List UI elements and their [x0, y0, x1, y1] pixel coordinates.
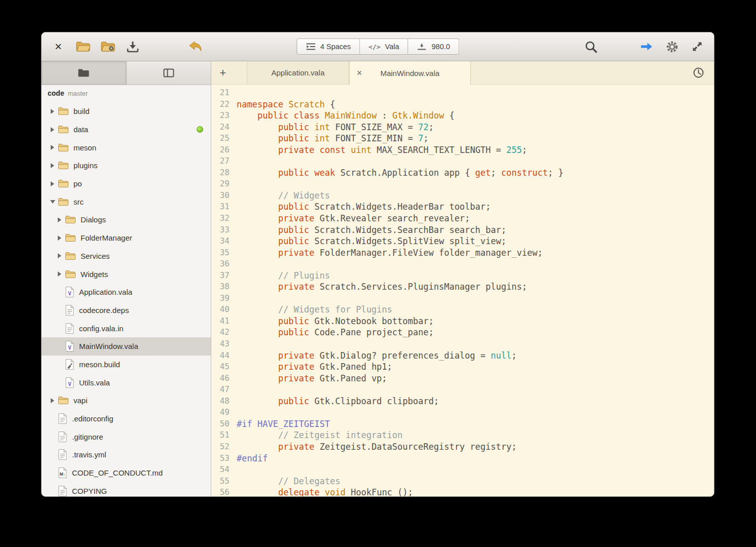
history-button[interactable] — [690, 64, 707, 82]
disclosure-collapsed-icon[interactable] — [55, 253, 64, 258]
line-number: 33 — [211, 224, 234, 236]
tree-item-codecore-deps[interactable]: codecore.deps — [42, 301, 211, 320]
tree-item-widgets[interactable]: Widgets — [42, 265, 211, 283]
tree-item-utils-vala[interactable]: VUtils.vala — [42, 373, 211, 392]
code-line-21: 21 — [211, 87, 714, 99]
disclosure-collapsed-icon[interactable] — [48, 163, 57, 168]
line-number: 46 — [211, 373, 234, 384]
tree-item-label: config.vala.in — [79, 324, 124, 333]
disclosure-collapsed-icon[interactable] — [55, 236, 64, 241]
code-line-33: 33 public Scratch.Widgets.SearchBar sear… — [211, 224, 714, 236]
disclosure-expanded-icon[interactable] — [48, 200, 57, 204]
tree-item-src[interactable]: src — [42, 192, 211, 211]
line-number: 32 — [211, 213, 234, 224]
tree-item-mainwindow-vala[interactable]: VMainWindow.vala — [42, 337, 211, 356]
line-number: 23 — [211, 110, 234, 122]
save-as-button[interactable] — [124, 38, 141, 55]
code-line-48: 48 public Gtk.Clipboard clipboard; — [211, 396, 714, 407]
code-line-49: 49 — [211, 407, 714, 418]
history-icon — [692, 66, 705, 79]
go-jump-icon — [639, 41, 654, 52]
indentation-button[interactable]: 4 Spaces — [296, 38, 360, 55]
svg-text:M↓: M↓ — [60, 472, 65, 477]
line-number: 51 — [211, 429, 234, 441]
gear-icon — [665, 40, 679, 54]
tree-item-application-vala[interactable]: VApplication.vala — [42, 283, 211, 301]
tree-item--editorconfig[interactable]: .editorconfig — [42, 410, 211, 428]
disclosure-collapsed-icon[interactable] — [55, 217, 64, 222]
sidebar-tab-files[interactable] — [42, 61, 127, 85]
line-number: 52 — [211, 441, 234, 453]
disclosure-collapsed-icon[interactable] — [48, 127, 57, 132]
line-number: 41 — [211, 316, 234, 327]
code-text: private Gtk.Paned vp; — [234, 373, 387, 384]
search-button[interactable] — [582, 38, 599, 55]
tree-item-label: Services — [81, 252, 110, 260]
disclosure-collapsed-icon[interactable] — [48, 109, 57, 114]
tree-item-label: build — [73, 107, 90, 115]
tree-item-copying[interactable]: COPYING — [42, 482, 211, 497]
line-number: 30 — [211, 190, 234, 202]
tree-item-build[interactable]: build — [42, 102, 211, 121]
undo-button[interactable] — [187, 38, 204, 55]
disclosure-collapsed-icon[interactable] — [48, 181, 57, 186]
fullscreen-button[interactable] — [689, 38, 706, 55]
line-width-button[interactable]: 980.0 — [408, 38, 459, 55]
line-number: 50 — [211, 418, 234, 430]
tree-item-data[interactable]: data — [42, 121, 211, 139]
sidebar-tab-panels[interactable] — [127, 61, 211, 85]
settings-button[interactable] — [663, 38, 681, 55]
tree-item-config-vala-in[interactable]: config.vala.in — [42, 319, 211, 337]
code-text: private Gtk.Dialog? preferences_dialog =… — [234, 350, 517, 362]
code-text — [234, 407, 237, 418]
code-line-54: 54 — [211, 464, 714, 476]
tree-item-label: Utils.vala — [79, 378, 110, 387]
tree-item-code-of-conduct-md[interactable]: M↓CODE_OF_CONDUCT.md — [42, 464, 211, 482]
disclosure-collapsed-icon[interactable] — [55, 271, 64, 277]
folder-icon — [65, 215, 76, 224]
project-header[interactable]: code master — [42, 85, 211, 102]
line-number: 29 — [211, 178, 234, 190]
go-jump-button[interactable] — [638, 38, 655, 55]
code-text: #endif — [234, 453, 268, 464]
window-close-button[interactable]: × — [50, 38, 67, 55]
code-editor[interactable]: 2122namespace Scratch {23 public class M… — [211, 85, 714, 497]
code-text: delegate void HookFunc (); — [234, 487, 413, 497]
line-number: 26 — [211, 144, 234, 156]
tree-item-label: .gitignore — [72, 433, 103, 441]
line-number: 31 — [211, 201, 234, 213]
new-tab-button[interactable]: + — [211, 61, 235, 84]
tree-item-services[interactable]: Services — [42, 247, 211, 265]
line-number: 40 — [211, 304, 234, 316]
tree-item-label: data — [73, 125, 88, 134]
disclosure-collapsed-icon[interactable] — [48, 145, 57, 150]
language-button[interactable]: </> Vala — [360, 38, 408, 55]
line-number: 54 — [211, 464, 234, 476]
tree-item-dialogs[interactable]: Dialogs — [42, 211, 211, 229]
disclosure-collapsed-icon[interactable] — [48, 398, 57, 403]
tab-close-button[interactable]: × — [357, 68, 362, 77]
code-line-51: 51 // Zeitgeist integration — [211, 429, 714, 441]
code-text — [234, 87, 237, 99]
tree-item-label: .travis.yml — [72, 450, 106, 459]
code-line-56: 56 delegate void HookFunc (); — [211, 487, 714, 497]
folder-icon — [58, 143, 69, 152]
vala-file-icon: V — [65, 286, 74, 298]
tab-mainwindow-vala[interactable]: ×MainWindow.vala — [349, 61, 471, 85]
tree-item--travis-yml[interactable]: .travis.yml — [42, 446, 211, 464]
tree-item-meson-build[interactable]: meson.build — [42, 356, 211, 374]
tab-application-vala[interactable]: Application.vala — [247, 61, 349, 84]
tree-item-po[interactable]: po — [42, 175, 211, 193]
templates-button[interactable] — [99, 38, 117, 55]
code-line-29: 29 — [211, 178, 714, 190]
tree-item-foldermanager[interactable]: FolderManager — [42, 229, 211, 247]
panels-icon — [163, 68, 174, 77]
code-text: public int FONT_SIZE_MAX = 72; — [234, 122, 434, 133]
tree-item-meson[interactable]: meson — [42, 138, 211, 157]
open-file-button[interactable] — [74, 38, 92, 55]
tree-item--gitignore[interactable]: .gitignore — [42, 427, 211, 446]
code-text — [234, 293, 237, 304]
code-line-27: 27 — [211, 155, 714, 167]
tree-item-vapi[interactable]: vapi — [42, 392, 211, 410]
tree-item-plugins[interactable]: plugins — [42, 157, 211, 175]
